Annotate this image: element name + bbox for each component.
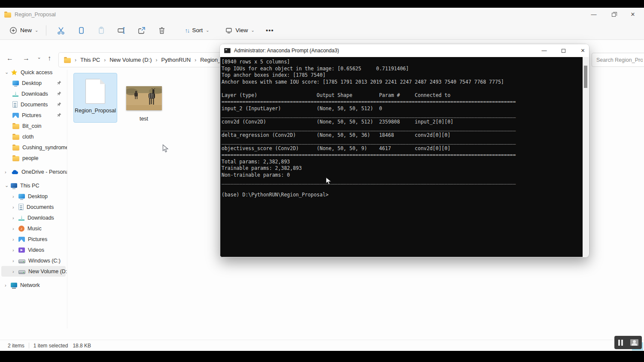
sidebar-item-this-pc[interactable]: ⌄ This PC [1,180,66,191]
view-button[interactable]: View ⌄ [222,24,258,36]
breadcrumb-separator: › [194,57,196,63]
chevron-right-icon[interactable]: › [5,283,11,288]
paste-icon [97,26,106,35]
close-button[interactable]: ✕ [623,8,643,21]
network-icon [11,283,17,287]
file-label: test [140,116,148,122]
sidebar-item-quick-access[interactable]: ⌄ Quick access [1,67,66,78]
terminal-line: Top anchor boxes index: [1785 7540] [222,72,583,79]
sidebar-item-people[interactable]: people [1,153,66,163]
recording-toolbar [614,336,642,349]
copy-icon [76,26,86,35]
sidebar-item-downloads[interactable]: ↓ Downloads [1,88,66,99]
terminal-line: Trainable params: 2,382,893 [222,165,583,172]
restore-button[interactable] [604,8,623,21]
chevron-right-icon[interactable]: › [12,269,18,274]
sort-button[interactable]: ↑↓ Sort ⌄ [181,24,213,36]
chevron-down-icon: ⌄ [35,28,38,33]
rename-icon [117,26,126,35]
back-button[interactable]: ← [4,54,15,62]
breadcrumb-item-pythonrun[interactable]: PythonRUN [161,57,191,63]
terminal-line: conv2d (Conv2D) (None, 50, 50, 512) 2359… [222,119,583,126]
paste-button[interactable] [91,26,111,35]
chevron-right-icon[interactable]: › [12,226,18,231]
folder-icon [4,12,11,18]
terminal-line: [8940 rows x 5 columns] [222,59,583,66]
search-input[interactable] [592,53,644,67]
chevron-right-icon[interactable]: › [12,194,18,199]
sidebar-item-bit-coin[interactable]: Bit_coin [1,121,66,131]
new-button[interactable]: New ⌄ [6,24,42,37]
chevron-right-icon[interactable]: › [12,205,18,210]
drive-icon [18,259,25,263]
cut-button[interactable] [51,26,71,35]
pin-icon [57,91,61,96]
sidebar-item-onedrive[interactable]: › OneDrive - Personal [1,166,66,177]
sidebar-item-new-volume-d[interactable]: › New Volume (D:) [1,266,66,277]
rename-button[interactable] [111,26,131,35]
copy-button[interactable] [71,26,91,35]
breadcrumb-separator: › [75,57,76,63]
chevron-right-icon[interactable]: › [5,169,11,175]
star-icon [11,69,18,76]
console-icon [224,48,231,53]
terminal-minimize-button[interactable]: — [535,44,554,57]
chevron-right-icon[interactable]: › [12,247,18,253]
delete-button[interactable] [152,26,172,35]
sidebar-item-pc-desktop[interactable]: › Desktop [1,191,66,202]
terminal-close-button[interactable]: ✕ [573,44,589,57]
chevron-down-icon[interactable]: ⌄ [5,69,11,75]
toolbar: New ⌄ ↑↓ Sort [0,21,644,40]
chevron-right-icon[interactable]: › [12,237,18,242]
tab-title: Region_Proposal [15,12,56,18]
pause-button[interactable] [618,340,623,346]
file-test[interactable]: test [125,86,163,122]
file-region-proposal[interactable]: Region_Proposal [73,73,117,123]
pin-icon [57,113,61,117]
up-button[interactable]: ↑ [44,54,55,62]
pictures-icon [12,113,19,118]
chevron-down-icon: ⌄ [206,28,209,33]
download-icon: ↓ [18,215,24,220]
document-file-icon [85,79,105,104]
sidebar-item-pc-pictures[interactable]: › Pictures [1,234,66,244]
chevron-down-icon[interactable]: ⌄ [5,183,11,188]
terminal-console[interactable]: [8940 rows x 5 columns] Top IOUs for eac… [220,57,583,257]
new-label: New [20,27,32,33]
webcam-button[interactable] [630,339,638,346]
forward-button[interactable]: → [21,54,32,62]
terminal-line [222,85,583,92]
chevron-right-icon[interactable]: › [12,215,18,220]
more-options-button[interactable]: ••• [266,27,274,34]
sidebar-item-cushing-syndrome[interactable]: Cushing_syndrome [1,142,66,153]
videos-icon [18,247,25,253]
minimize-button[interactable]: — [584,8,604,21]
breadcrumb-separator: › [104,57,106,63]
sidebar-item-network[interactable]: › Network [1,280,66,290]
terminal-titlebar[interactable]: Administrator: Anaconda Prompt (Anaconda… [220,44,589,57]
terminal-scrollbar[interactable] [583,57,589,257]
explorer-tab[interactable]: Region_Proposal [4,9,56,20]
sidebar-item-pc-downloads[interactable]: › ↓ Downloads [1,212,66,223]
chevron-right-icon[interactable]: › [12,258,18,263]
terminal-maximize-button[interactable] [554,44,573,57]
terminal-line: ========================================… [222,99,583,106]
sidebar: ⌄ Quick access Desktop ↓ Downloads Docum… [0,67,67,344]
breadcrumb-item-this-pc[interactable]: This PC [80,57,100,63]
terminal-line: input_2 (InputLayer) (None, 50, 50, 512)… [222,106,583,112]
sidebar-item-desktop[interactable]: Desktop [1,78,66,88]
sidebar-item-pc-music[interactable]: › Music [1,223,66,234]
sidebar-item-pc-videos[interactable]: › Videos [1,244,66,255]
share-button[interactable] [131,26,152,35]
sidebar-item-windows-c[interactable]: › Windows (C:) [1,255,66,266]
file-label: Region_Proposal [75,108,116,114]
terminal-scrollbar-thumb[interactable] [584,66,587,88]
sidebar-item-pictures[interactable]: Pictures [1,110,66,121]
sidebar-item-documents[interactable]: Documents [1,99,66,110]
share-icon [137,26,146,35]
sidebar-item-cloth[interactable]: cloth [1,131,66,142]
breadcrumb-item-new-volume[interactable]: New Volume (D:) [109,57,152,63]
sidebar-item-pc-documents[interactable]: › Documents [1,202,66,212]
recent-locations-button[interactable]: ⌄ [33,54,45,60]
document-icon [18,204,24,210]
